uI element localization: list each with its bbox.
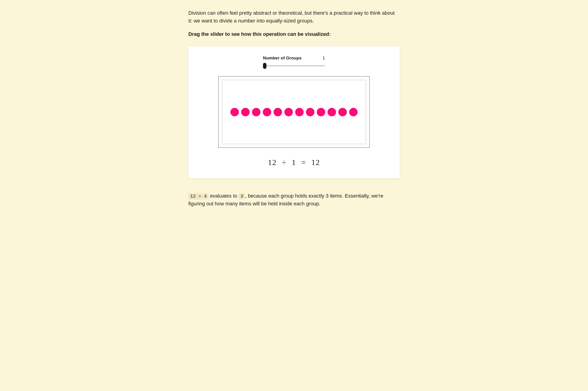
code-result: 3 [239,193,245,199]
equation-divisor: 1 [292,158,296,167]
slider-thumb[interactable] [263,63,267,69]
visualization-dot [338,108,347,116]
groups-slider[interactable] [263,62,325,69]
visualization-dot [263,108,271,116]
code-expression: 12 ÷ 4 [188,193,209,199]
visualization-dot [317,108,325,116]
equation-quotient: 12 [311,158,320,167]
slider-value-display: 1 [322,56,325,61]
visualization-dot [349,108,358,116]
equation-equals-sign: = [301,158,306,167]
visualization-dot [295,108,304,116]
division-equation: 12 ÷ 1 = 12 [195,158,393,167]
content-wrapper: Division can often feel pretty abstract … [188,9,400,208]
slider-header: Number of Groups 1 [263,56,325,61]
slider-section: Number of Groups 1 [195,56,393,69]
visualization-dot [306,108,314,116]
intro-paragraph: Division can often feel pretty abstract … [188,9,400,25]
slider-label: Number of Groups [263,56,301,61]
visualization-dot [241,108,250,116]
slider-rail [263,66,325,66]
visualization-inner-box [222,80,366,144]
equation-dividend: 12 [268,158,277,167]
instruction-text: Drag the slider to see how this operatio… [188,31,400,37]
visualization-dot [274,108,282,116]
visualization-dot [252,108,261,116]
visualization-dot [284,108,293,116]
explanation-paragraph: 12 ÷ 4 evaluates to 3, because each grou… [188,192,400,208]
explanation-text-1: evaluates to [209,193,239,199]
division-widget-card: Number of Groups 1 12 ÷ 1 = 12 [188,46,400,178]
visualization-outer-box [218,76,370,148]
equation-divide-sign: ÷ [282,158,287,167]
visualization-dot [230,108,239,116]
visualization-dot [327,108,336,116]
